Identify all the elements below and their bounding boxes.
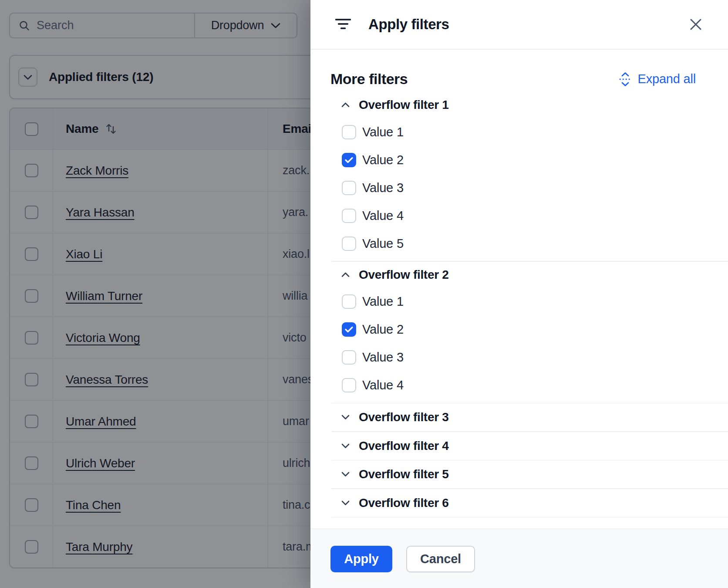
section-divider <box>331 261 728 262</box>
more-filters-heading: More filters <box>330 71 408 88</box>
cancel-button[interactable]: Cancel <box>406 546 475 572</box>
filter-section-title: Overflow filter 6 <box>359 496 449 510</box>
filter-section-toggle[interactable]: Overflow filter 5 <box>310 460 728 488</box>
chevron-icon <box>341 272 350 277</box>
filter-section-title: Overflow filter 4 <box>359 439 449 453</box>
filter-value-row[interactable]: Value 2 <box>310 316 728 344</box>
filter-section-title: Overflow filter 1 <box>359 98 449 112</box>
chevron-icon <box>341 500 350 506</box>
filter-value-row[interactable]: Value 5 <box>310 230 728 257</box>
value-label: Value 2 <box>362 153 404 167</box>
chevron-icon <box>341 472 350 477</box>
filter-value-row[interactable]: Value 4 <box>310 372 728 399</box>
value-label: Value 1 <box>362 294 404 309</box>
filter-lines-icon <box>335 18 351 31</box>
filter-section: Overflow filter 6 <box>310 489 728 518</box>
section-divider <box>331 517 728 518</box>
close-button[interactable] <box>686 15 705 34</box>
drawer-footer: Apply Cancel <box>310 528 728 588</box>
filter-section-toggle[interactable]: Overflow filter 3 <box>310 403 728 431</box>
filter-value-row[interactable]: Value 3 <box>310 174 728 202</box>
filter-value-row[interactable]: Value 1 <box>310 118 728 146</box>
chevron-icon <box>341 443 350 449</box>
value-checkbox[interactable] <box>342 153 356 167</box>
filter-section-toggle[interactable]: Overflow filter 1 <box>310 95 728 115</box>
filter-value-row[interactable]: Value 4 <box>310 202 728 230</box>
filter-section: Overflow filter 3 <box>310 403 728 432</box>
value-checkbox[interactable] <box>342 350 356 365</box>
apply-filters-drawer: Apply filters More filters Expand all <box>310 0 728 588</box>
value-label: Value 3 <box>362 350 404 365</box>
expand-all-icon <box>618 72 632 87</box>
value-checkbox[interactable] <box>342 209 356 223</box>
expand-all-button[interactable]: Expand all <box>618 72 696 87</box>
filter-sections: Overflow filter 1 Value 1 Value 2 <box>310 95 728 517</box>
filter-section: Overflow filter 4 <box>310 432 728 461</box>
filter-section-toggle[interactable]: Overflow filter 2 <box>310 265 728 284</box>
checkmark-icon <box>345 157 353 163</box>
value-label: Value 3 <box>362 181 404 195</box>
value-label: Value 2 <box>362 322 404 337</box>
filter-section-title: Overflow filter 3 <box>359 410 449 424</box>
page: Dropdown Applied filters (12) Name <box>0 0 728 588</box>
filter-value-row[interactable]: Value 1 <box>310 288 728 316</box>
filter-section-toggle[interactable]: Overflow filter 6 <box>310 489 728 517</box>
filter-value-row[interactable]: Value 3 <box>310 344 728 372</box>
filter-section: Overflow filter 5 <box>310 460 728 489</box>
chevron-icon <box>341 415 350 420</box>
filter-section-title: Overflow filter 5 <box>359 467 449 481</box>
value-checkbox[interactable] <box>342 237 356 251</box>
filter-section-title: Overflow filter 2 <box>359 268 449 282</box>
value-label: Value 5 <box>362 237 404 251</box>
value-checkbox[interactable] <box>342 322 356 337</box>
chevron-icon <box>341 102 350 108</box>
checkmark-icon <box>345 326 353 333</box>
drawer-title: Apply filters <box>368 16 449 33</box>
drawer-header: Apply filters <box>310 0 728 50</box>
value-checkbox[interactable] <box>342 378 356 392</box>
value-checkbox[interactable] <box>342 181 356 195</box>
value-checkbox[interactable] <box>342 125 356 139</box>
value-label: Value 4 <box>362 209 404 223</box>
filter-value-row[interactable]: Value 2 <box>310 146 728 174</box>
filter-section: Overflow filter 2 Value 1 Value 2 <box>310 265 728 404</box>
value-label: Value 1 <box>362 125 404 139</box>
close-icon <box>689 18 702 31</box>
value-checkbox[interactable] <box>342 294 356 309</box>
expand-all-label: Expand all <box>638 72 696 86</box>
filter-section: Overflow filter 1 Value 1 Value 2 <box>310 95 728 262</box>
value-label: Value 4 <box>362 378 404 392</box>
drawer-body: More filters Expand all Overflow fi <box>310 50 728 528</box>
filter-section-toggle[interactable]: Overflow filter 4 <box>310 432 728 460</box>
apply-button[interactable]: Apply <box>330 546 392 572</box>
